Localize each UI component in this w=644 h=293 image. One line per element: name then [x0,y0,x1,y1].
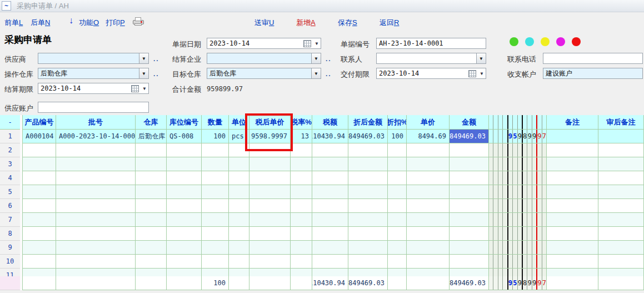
cell-remark[interactable] [547,185,598,199]
cell-post_audit_remark[interactable] [598,171,644,185]
cell-location_code[interactable] [167,241,202,255]
cell-remark[interactable] [547,241,598,255]
cell-tax_rate[interactable] [291,157,312,171]
row-selector[interactable]: 7 [0,213,20,227]
cell-tax_rate[interactable] [291,143,312,157]
cell-quantity[interactable] [202,241,229,255]
functions-button[interactable]: 功能O [79,18,99,28]
cell-amount[interactable] [450,199,489,213]
doc-date-field[interactable]: 2023-10-14 ▼ [207,38,321,49]
cell-tax_rate[interactable] [291,185,312,199]
cell-warehouse[interactable] [136,227,167,241]
cell-amount[interactable] [450,227,489,241]
cell-quantity[interactable] [202,143,229,157]
cell-ledger[interactable] [489,157,547,171]
cell-price_after_tax[interactable] [249,199,291,213]
cell-remark[interactable] [547,227,598,241]
cell-ledger[interactable] [489,171,547,185]
delivery-deadline-field[interactable]: 2023-10-14 ▼ [376,68,486,79]
cell-unit_price[interactable] [407,213,450,227]
cell-unit_price[interactable] [407,255,450,269]
cell-post_audit_remark[interactable] [598,213,644,227]
cell-tax_amount[interactable] [312,269,348,276]
cell-warehouse[interactable] [136,143,167,157]
cell-tax_rate[interactable] [291,241,312,255]
cell-quantity[interactable] [202,269,229,276]
cell-unit[interactable] [229,255,249,269]
cell-batch_no[interactable] [56,269,136,276]
supplier-combo[interactable]: ▼ [38,53,149,64]
target-warehouse-combo[interactable]: 后勤仓库 ▼ [207,68,321,79]
cell-discounted_amount[interactable] [348,199,388,213]
cell-discount[interactable] [388,143,407,157]
cell-price_after_tax[interactable] [249,157,291,171]
op-warehouse-combo[interactable]: 后勤仓库 ▼ [38,68,149,79]
cell-unit[interactable] [229,269,249,276]
cell-warehouse[interactable] [136,199,167,213]
row-selector[interactable]: 2 [0,143,20,157]
settle-deadline-field[interactable]: 2023-10-14 ▼ [38,83,149,94]
cell-warehouse[interactable] [136,157,167,171]
cell-location_code[interactable] [167,157,202,171]
row-selector[interactable]: 4 [0,171,20,185]
cell-remark[interactable] [547,171,598,185]
contact-combo[interactable]: ▼ [376,53,486,64]
cell-amount[interactable] [450,171,489,185]
settle-company-combo[interactable]: ▼ [207,53,321,64]
back-button[interactable]: 返回R [380,18,399,28]
cell-discount[interactable] [388,171,407,185]
cell-location_code[interactable] [167,213,202,227]
cell-warehouse[interactable] [136,269,167,276]
cell-quantity[interactable] [202,199,229,213]
status-dot-5[interactable] [572,37,581,46]
row-selector[interactable]: 9 [0,241,20,255]
cell-batch_no[interactable] [56,241,136,255]
cell-quantity[interactable] [202,157,229,171]
cell-unit[interactable] [229,157,249,171]
cell-tax_amount[interactable] [312,143,348,157]
cell-discounted_amount[interactable] [348,157,388,171]
cell-unit_price[interactable] [407,269,450,276]
prev-doc-button[interactable]: 前单L [4,18,23,28]
cell-price_after_tax[interactable] [249,143,291,157]
row-selector[interactable]: 8 [0,227,20,241]
cell-location_code[interactable] [167,199,202,213]
cell-price_after_tax[interactable] [249,269,291,276]
settle-company-lookup-dots[interactable]: .. [326,55,332,63]
cell-location_code[interactable] [167,255,202,269]
calendar-icon[interactable] [468,70,476,77]
row-selector[interactable]: 11 [0,269,20,276]
status-dot-4[interactable] [556,37,565,46]
cell-remark[interactable] [547,269,598,276]
cell-price_after_tax[interactable] [249,171,291,185]
cell-ledger[interactable] [489,143,547,157]
chevron-down-icon[interactable]: ▼ [478,71,486,76]
cell-remark[interactable] [547,143,598,157]
row-selector[interactable]: 3 [0,157,20,171]
cell-price_after_tax[interactable] [249,213,291,227]
cell-ledger[interactable] [489,185,547,199]
op-warehouse-lookup-dots[interactable]: .. [153,70,159,78]
cell-ledger[interactable] [489,241,547,255]
cell-location_code[interactable] [167,227,202,241]
cell-amount[interactable] [450,269,489,276]
cell-amount[interactable] [450,213,489,227]
cell-discounted_amount[interactable] [348,171,388,185]
status-dot-3[interactable] [541,37,550,46]
add-new-button[interactable]: 新增A [296,18,316,28]
selected-amount-cell[interactable]: 849469.03 [450,130,489,143]
cell-ledger[interactable] [489,213,547,227]
cell-product_code[interactable] [22,185,56,199]
cell-batch_no[interactable] [56,143,136,157]
cell-post_audit_remark[interactable] [598,269,644,276]
cell-unit_price[interactable] [407,241,450,255]
cell-post_audit_remark[interactable] [598,199,644,213]
cell-tax_rate[interactable] [291,255,312,269]
status-dot-2[interactable] [525,37,534,46]
cell-batch_no[interactable]: A000-2023-10-14-000005 [56,130,136,143]
cell-ledger[interactable] [489,269,547,276]
save-button[interactable]: 保存S [338,18,357,28]
cell-quantity[interactable] [202,185,229,199]
cell-unit[interactable] [229,185,249,199]
cell-remark[interactable] [547,255,598,269]
